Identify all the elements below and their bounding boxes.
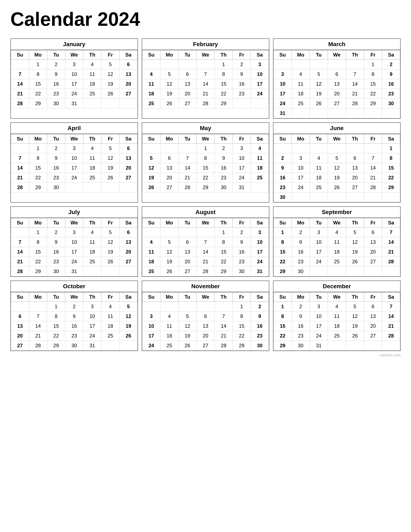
calendar-day[interactable]: 24 [142, 341, 160, 351]
calendar-day[interactable]: 5 [119, 302, 138, 312]
calendar-day[interactable]: 14 [215, 321, 233, 331]
calendar-day[interactable]: 17 [65, 163, 83, 173]
calendar-day[interactable]: 28 [29, 341, 47, 351]
calendar-day[interactable]: 6 [119, 144, 138, 153]
calendar-day[interactable]: 19 [119, 321, 138, 331]
calendar-day[interactable]: 13 [346, 163, 364, 173]
calendar-day[interactable]: 7 [11, 153, 29, 163]
calendar-day[interactable]: 25 [101, 331, 119, 341]
calendar-day[interactable]: 12 [160, 247, 179, 257]
calendar-day[interactable] [160, 144, 179, 153]
calendar-day[interactable]: 7 [346, 69, 364, 79]
calendar-day[interactable]: 4 [142, 69, 160, 79]
calendar-day[interactable]: 18 [142, 257, 160, 267]
calendar-day[interactable]: 28 [382, 331, 400, 341]
calendar-day[interactable]: 15 [29, 163, 47, 173]
calendar-day[interactable]: 5 [101, 228, 119, 237]
calendar-day[interactable]: 19 [160, 89, 179, 99]
calendar-day[interactable]: 1 [382, 144, 400, 153]
calendar-day[interactable]: 20 [179, 257, 197, 267]
calendar-day[interactable] [328, 144, 346, 153]
calendar-day[interactable]: 8 [274, 237, 292, 247]
calendar-day[interactable] [328, 341, 346, 351]
calendar-day[interactable]: 24 [251, 89, 269, 99]
calendar-day[interactable]: 12 [346, 237, 364, 247]
calendar-day[interactable]: 9 [215, 153, 233, 163]
calendar-day[interactable]: 27 [328, 99, 346, 108]
calendar-day[interactable]: 10 [292, 163, 310, 173]
calendar-day[interactable]: 13 [160, 163, 179, 173]
calendar-day[interactable]: 24 [251, 257, 269, 267]
calendar-day[interactable]: 6 [119, 228, 138, 237]
calendar-day[interactable]: 18 [328, 247, 346, 257]
calendar-day[interactable]: 17 [142, 331, 160, 341]
calendar-day[interactable]: 15 [197, 163, 215, 173]
calendar-day[interactable]: 17 [83, 321, 101, 331]
calendar-day[interactable]: 19 [101, 79, 119, 89]
calendar-day[interactable]: 20 [179, 89, 197, 99]
calendar-day[interactable]: 8 [215, 69, 233, 79]
calendar-day[interactable]: 31 [65, 99, 83, 108]
calendar-day[interactable]: 4 [101, 302, 119, 312]
calendar-day[interactable]: 3 [274, 69, 292, 79]
calendar-day[interactable]: 23 [233, 257, 251, 267]
calendar-day[interactable]: 22 [215, 257, 233, 267]
calendar-day[interactable]: 5 [101, 144, 119, 153]
calendar-day[interactable]: 16 [233, 79, 251, 89]
calendar-day[interactable]: 24 [233, 173, 251, 183]
calendar-day[interactable]: 26 [101, 257, 119, 267]
calendar-day[interactable]: 14 [197, 79, 215, 89]
calendar-day[interactable] [101, 341, 119, 351]
calendar-day[interactable]: 12 [101, 69, 119, 79]
calendar-day[interactable] [101, 183, 119, 192]
calendar-day[interactable]: 2 [65, 302, 83, 312]
calendar-day[interactable]: 2 [292, 228, 310, 237]
calendar-day[interactable]: 25 [310, 183, 328, 192]
calendar-day[interactable]: 26 [310, 99, 328, 108]
calendar-day[interactable]: 15 [274, 247, 292, 257]
calendar-day[interactable]: 3 [251, 228, 269, 237]
calendar-day[interactable] [29, 302, 47, 312]
calendar-day[interactable]: 3 [310, 302, 328, 312]
calendar-day[interactable]: 16 [65, 321, 83, 331]
calendar-day[interactable] [346, 108, 364, 118]
calendar-day[interactable]: 22 [197, 173, 215, 183]
calendar-day[interactable]: 21 [11, 89, 29, 99]
calendar-day[interactable]: 23 [382, 89, 400, 99]
calendar-day[interactable]: 28 [11, 99, 29, 108]
calendar-day[interactable]: 10 [251, 237, 269, 247]
calendar-day[interactable]: 8 [233, 312, 251, 321]
calendar-day[interactable]: 22 [274, 257, 292, 267]
calendar-day[interactable]: 23 [251, 331, 269, 341]
calendar-day[interactable]: 10 [274, 79, 292, 89]
calendar-day[interactable]: 24 [274, 99, 292, 108]
calendar-day[interactable] [11, 60, 29, 69]
calendar-day[interactable] [328, 192, 346, 202]
calendar-day[interactable]: 19 [160, 257, 179, 267]
calendar-day[interactable]: 31 [83, 341, 101, 351]
calendar-day[interactable]: 20 [11, 331, 29, 341]
calendar-day[interactable]: 18 [160, 331, 179, 341]
calendar-day[interactable] [310, 60, 328, 69]
calendar-day[interactable]: 8 [197, 153, 215, 163]
calendar-day[interactable]: 15 [274, 321, 292, 331]
calendar-day[interactable]: 18 [292, 89, 310, 99]
calendar-day[interactable]: 22 [47, 331, 65, 341]
calendar-day[interactable]: 11 [83, 69, 101, 79]
calendar-day[interactable]: 3 [142, 312, 160, 321]
calendar-day[interactable]: 25 [83, 89, 101, 99]
calendar-day[interactable]: 11 [310, 163, 328, 173]
calendar-day[interactable]: 28 [11, 183, 29, 192]
calendar-day[interactable]: 20 [119, 163, 138, 173]
calendar-day[interactable] [142, 302, 160, 312]
calendar-day[interactable]: 8 [215, 237, 233, 247]
calendar-day[interactable]: 12 [160, 79, 179, 89]
calendar-day[interactable] [11, 144, 29, 153]
calendar-day[interactable]: 15 [215, 79, 233, 89]
calendar-day[interactable]: 12 [179, 321, 197, 331]
calendar-day[interactable]: 13 [11, 321, 29, 331]
calendar-day[interactable] [382, 192, 400, 202]
calendar-day[interactable]: 30 [215, 183, 233, 192]
calendar-day[interactable]: 11 [160, 321, 179, 331]
calendar-day[interactable]: 25 [83, 173, 101, 183]
